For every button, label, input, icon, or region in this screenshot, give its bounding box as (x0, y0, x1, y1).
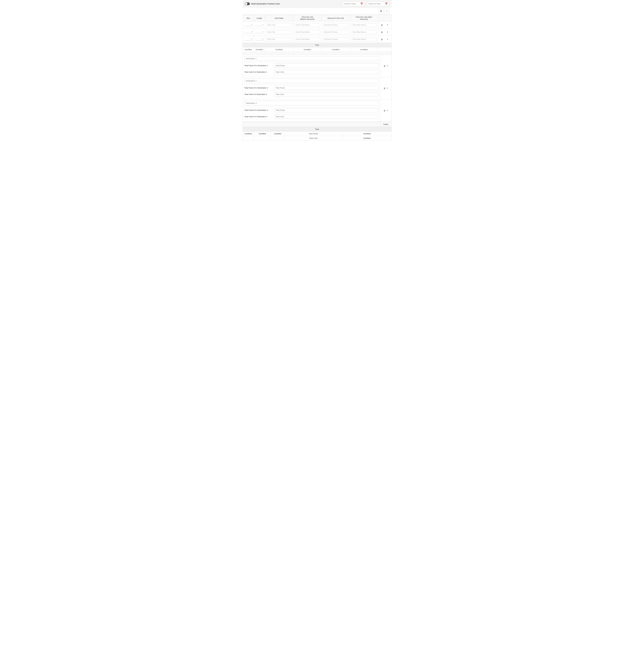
destination-2-delete-btn[interactable]: 🗑 (384, 87, 386, 90)
destination-3-units-input-wrapper (274, 115, 379, 119)
destination-2-content: Total Packs For Destination 2 Total Unit… (243, 77, 380, 99)
destination-2-units-row: Total Units For Destination 2 (243, 91, 380, 98)
action-header-label: Action (380, 122, 391, 127)
action-cell-1: 🗑 + (378, 21, 391, 29)
discount-input-1[interactable] (323, 23, 348, 27)
destination-3-packs-input-wrapper (274, 108, 379, 112)
price-before-cell-2 (293, 29, 321, 36)
length-cell-1: ∨ (254, 21, 265, 29)
price-after-input-2[interactable] (351, 30, 377, 34)
price-after-cell-1 (350, 21, 378, 29)
shipment-calendar-icon: 📅 (385, 2, 388, 5)
destination-1-spacer (243, 75, 380, 77)
shipment-date-field[interactable]: Shipment Date 📅 (367, 1, 389, 6)
length-select-2[interactable]: ∨ (255, 31, 264, 33)
destination-3-units-row: Total Units For Destination 3 (243, 113, 380, 120)
destination-2-name-input[interactable] (244, 78, 379, 83)
toolbar-row: 🗑 + (243, 7, 392, 15)
price-before-input-1[interactable] (295, 23, 320, 27)
table-row: ∨ ∨ (243, 21, 391, 29)
bottom-autofilled-1: Autofilled (243, 132, 254, 136)
pack-ratio-cell-1 (265, 21, 293, 29)
row-delete-button-2[interactable]: 🗑 (380, 30, 384, 34)
destination-3-units-input[interactable] (274, 115, 379, 119)
destination-1-units-label: Total Units For Destination 1 (244, 71, 272, 73)
table-row: ∨ ∨ (243, 36, 391, 43)
pack-ratio-input-3[interactable] (266, 37, 292, 41)
destination-1-name-row (243, 55, 380, 63)
destination-3-name-row (243, 99, 380, 107)
destinations-section: Total Packs For Destination 1 Total Unit… (243, 52, 392, 122)
destination-1-packs-input[interactable] (274, 64, 379, 68)
size-cell-1: ∨ (243, 21, 254, 29)
discount-input-2[interactable] (323, 30, 348, 34)
price-before-input-2[interactable] (295, 30, 320, 34)
destination-3-delete-btn[interactable]: 🗑 (384, 109, 386, 112)
destination-1-add-btn[interactable]: + (387, 65, 388, 67)
destination-2-units-label: Total Units For Destination 2 (244, 93, 272, 95)
bottom-autofilled-2: Autofilled (254, 132, 271, 136)
add-button[interactable]: + (385, 9, 389, 14)
shipment-date-label: Shipment Date (368, 3, 384, 5)
col-price-before: Price Per Unit(Before Discount) (293, 15, 321, 21)
pack-ratio-cell-2 (265, 29, 293, 36)
destination-2-action-cell: 🗑 + (380, 77, 391, 99)
discount-input-3[interactable] (323, 37, 348, 41)
bottom-total-row-1: Autofilled Autofilled Autofilled Total P… (243, 132, 391, 136)
destination-2-packs-input[interactable] (274, 86, 379, 90)
autofilled-action-empty (378, 47, 391, 52)
destination-2-packs-row: Total Packs For Destination 2 (243, 85, 380, 91)
length-cell-2: ∨ (254, 29, 265, 36)
destination-3-add-btn[interactable]: + (387, 109, 388, 112)
handover-date-field[interactable]: Handover Date 📅 (342, 1, 365, 6)
destination-3-packs-input[interactable] (274, 108, 379, 112)
price-after-input-3[interactable] (351, 37, 377, 41)
destination-1-packs-row: Total Packs For Destination 1 (243, 63, 380, 69)
col-pack-ratio: Pack Ratio (265, 15, 293, 21)
size-select-1[interactable]: ∨ (244, 24, 252, 26)
bottom-autofilled-3: Autofilled (271, 132, 285, 136)
row-delete-button-3[interactable]: 🗑 (380, 37, 384, 42)
destination-2-units-input[interactable] (274, 92, 379, 96)
price-after-cell-2 (350, 29, 378, 36)
destination-2-add-btn[interactable]: + (387, 87, 388, 90)
header-title: Multi-Destination Packed Units (251, 2, 280, 5)
row-delete-button-1[interactable]: 🗑 (380, 23, 384, 27)
destination-1-name-input[interactable] (244, 56, 379, 61)
row-add-button-2[interactable]: + (385, 30, 390, 34)
discount-cell-3 (321, 36, 350, 43)
destination-1-units-input[interactable] (274, 70, 379, 74)
chevron-down-icon: ∨ (251, 24, 252, 25)
destination-1-content: Total Packs For Destination 1 Total Unit… (243, 55, 380, 77)
row-actions-2: 🗑 + (380, 30, 390, 34)
destination-3-packs-row: Total Packs For Destination 3 (243, 107, 380, 113)
row-actions-3: 🗑 + (380, 37, 390, 42)
autofilled-length: Autofilled (254, 47, 265, 52)
autofilled-size: Autofilled (243, 47, 254, 52)
multi-destination-toggle[interactable] (245, 2, 250, 5)
total-label: Total (243, 43, 391, 47)
length-cell-3: ∨ (254, 36, 265, 43)
delete-button[interactable]: 🗑 (379, 9, 384, 14)
destination-3-packs-label: Total Packs For Destination 3 (244, 109, 272, 111)
bottom-total-units-label: Total Units (285, 136, 342, 140)
col-length: Length (254, 15, 265, 21)
row-add-button-3[interactable]: + (385, 37, 390, 42)
destination-3-name-input[interactable] (244, 101, 379, 106)
destination-2-units-input-wrapper (274, 92, 379, 96)
length-select-1[interactable]: ∨ (255, 24, 264, 26)
size-select-3[interactable]: ∨ (244, 38, 252, 40)
destination-1-delete-btn[interactable]: 🗑 (384, 65, 386, 67)
pack-ratio-input-1[interactable] (266, 23, 292, 27)
size-select-2[interactable]: ∨ (244, 31, 252, 33)
price-before-input-3[interactable] (295, 37, 320, 41)
pack-ratio-input-2[interactable] (266, 30, 292, 34)
discount-cell-1 (321, 21, 350, 29)
bottom-autofilled-5: Autofilled (342, 136, 391, 140)
row-add-button-1[interactable]: + (385, 23, 390, 27)
header: Multi-Destination Packed Units Handover … (243, 0, 392, 7)
destination-3-action-cell: 🗑 + (380, 99, 391, 122)
action-header-row (243, 52, 391, 55)
price-after-input-1[interactable] (351, 23, 377, 27)
length-select-3[interactable]: ∨ (255, 38, 264, 40)
